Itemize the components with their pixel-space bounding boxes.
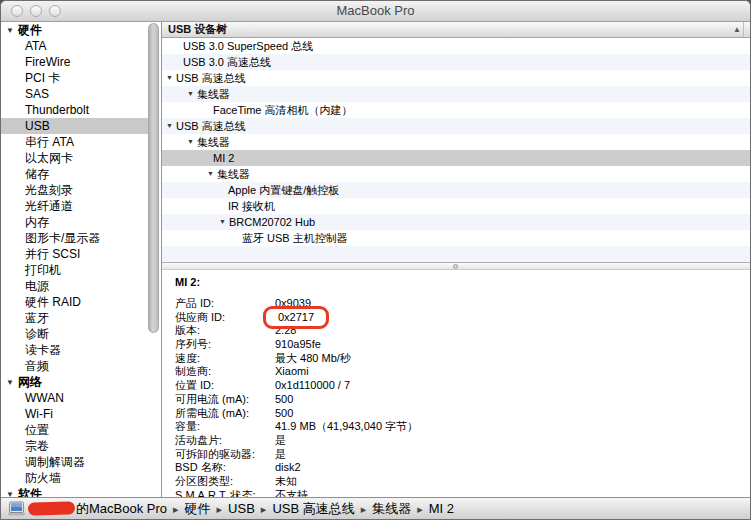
breadcrumb-bar: 的MacBook Pro ▸硬件▸USB▸USB 高速总线▸集线器▸MI 2 — [1, 497, 750, 519]
tree-row-label: MI 2 — [162, 150, 234, 166]
tree-row-usb[interactable]: 蓝牙 USB 主机控制器 — [162, 230, 750, 246]
detail-label: 可拆卸的驱动器: — [175, 448, 275, 462]
tree-row-item[interactable]: ▼集线器 — [162, 86, 750, 102]
sort-ascending-icon[interactable]: ▲ — [733, 22, 741, 38]
detail-value: 是 — [275, 448, 286, 462]
sidebar-item-scsi[interactable]: 并行 SCSI — [1, 246, 148, 262]
tree-row-label: USB 3.0 高速总线 — [162, 54, 271, 70]
breadcrumb-separator-icon: ▸ — [217, 503, 223, 515]
disclosure-triangle-icon[interactable]: ▼ — [166, 70, 173, 86]
disclosure-triangle-icon[interactable]: ▼ — [6, 490, 14, 497]
sidebar-item-thunderbolt[interactable]: Thunderbolt — [1, 102, 148, 118]
sidebar-item-wwan[interactable]: WWAN — [1, 390, 148, 406]
breadcrumb-separator-icon: ▸ — [361, 503, 367, 515]
sidebar-item-ata[interactable]: 串行 ATA — [1, 134, 148, 150]
sidebar-section-sec0[interactable]: ▼硬件 — [1, 22, 148, 38]
breadcrumb-item-usb[interactable]: USB — [228, 501, 255, 516]
breadcrumb-item-usb[interactable]: USB 高速总线 — [272, 501, 354, 516]
disclosure-triangle-icon[interactable]: ▼ — [187, 86, 194, 102]
detail-row: 速度:最大 480 Mb/秒 — [175, 352, 750, 366]
breadcrumb-item-mi-2[interactable]: MI 2 — [429, 501, 454, 516]
sidebar-item-pci[interactable]: PCI 卡 — [1, 70, 148, 86]
sidebar-list: ▼硬件ATAFireWirePCI 卡SASThunderboltUSB串行 A… — [1, 22, 161, 497]
tree-row-usb-3-0-superspeed[interactable]: USB 3.0 SuperSpeed 总线 — [162, 38, 750, 54]
detail-label: 制造商: — [175, 365, 275, 379]
vendor-id-value-annotated: 0x2717 — [263, 306, 329, 330]
tree-row-label: USB 高速总线 — [162, 118, 246, 134]
tree-row-empty — [162, 246, 750, 262]
breadcrumb-computer[interactable]: 的MacBook Pro — [76, 500, 167, 518]
sidebar-item-item[interactable]: 防火墙 — [1, 470, 148, 486]
sidebar-section-sec2[interactable]: ▼软件 — [1, 486, 148, 497]
tree-row-apple[interactable]: Apple 内置键盘/触控板 — [162, 182, 750, 198]
computer-icon — [8, 501, 25, 516]
detail-label: S.M.A.R.T. 状态: — [175, 489, 275, 497]
sidebar-item-raid[interactable]: 硬件 RAID — [1, 294, 148, 310]
sidebar-item-item[interactable]: 电源 — [1, 278, 148, 294]
detail-row: 可拆卸的驱动器:是 — [175, 448, 750, 462]
detail-label: 位置 ID: — [175, 379, 275, 393]
sidebar-item-item[interactable]: 音频 — [1, 358, 148, 374]
detail-row: 制造商:Xiaomi — [175, 365, 750, 379]
category-sidebar: ▼硬件ATAFireWirePCI 卡SASThunderboltUSB串行 A… — [1, 22, 162, 497]
disclosure-triangle-icon[interactable]: ▼ — [207, 166, 214, 182]
pane-splitter[interactable] — [162, 262, 750, 270]
detail-row: 可用电流 (mA):500 — [175, 393, 750, 407]
detail-row: 所需电流 (mA):500 — [175, 407, 750, 421]
tree-row-label: Apple 内置键盘/触控板 — [162, 182, 339, 198]
sidebar-item-item[interactable]: 以太网卡 — [1, 150, 148, 166]
device-details-pane: MI 2: 产品 ID:0x9039供应商 ID:0x2717版本:2.28序列… — [162, 270, 750, 497]
disclosure-triangle-icon[interactable]: ▼ — [6, 378, 14, 387]
disclosure-triangle-icon[interactable]: ▼ — [166, 118, 173, 134]
sidebar-item-item[interactable]: 内存 — [1, 214, 148, 230]
sidebar-item-item[interactable]: 打印机 — [1, 262, 148, 278]
header-column-separator — [743, 22, 744, 37]
tree-row-label: 蓝牙 USB 主机控制器 — [162, 230, 348, 246]
title-bar[interactable]: MacBook Pro — [1, 1, 750, 22]
detail-value: 未知 — [275, 475, 297, 489]
sidebar-item-firewire[interactable]: FireWire — [1, 54, 148, 70]
sidebar-item-item[interactable]: 储存 — [1, 166, 148, 182]
tree-row-brcm20702-hub[interactable]: ▼BRCM20702 Hub — [162, 214, 750, 230]
tree-row-usb[interactable]: ▼USB 高速总线 — [162, 118, 750, 134]
sidebar-item-item[interactable]: 宗卷 — [1, 438, 148, 454]
sidebar-item-item[interactable]: 位置 — [1, 422, 148, 438]
sidebar-item-usb[interactable]: USB — [1, 118, 148, 134]
sidebar-item-sas[interactable]: SAS — [1, 86, 148, 102]
device-tree-column-header[interactable]: USB 设备树 ▲ — [162, 22, 750, 38]
detail-row: 位置 ID:0x1d110000 / 7 — [175, 379, 750, 393]
sidebar-item-item[interactable]: 光纤通道 — [1, 198, 148, 214]
sidebar-item-item[interactable]: 光盘刻录 — [1, 182, 148, 198]
disclosure-triangle-icon[interactable]: ▼ — [6, 26, 14, 35]
breadcrumb-separator-icon: ▸ — [417, 503, 423, 515]
tree-row-ir[interactable]: IR 接收机 — [162, 198, 750, 214]
breadcrumb-item-item[interactable]: 集线器 — [372, 501, 411, 516]
sidebar-item-ata[interactable]: ATA — [1, 38, 148, 54]
tree-row-item[interactable]: ▼集线器 — [162, 134, 750, 150]
sidebar-item-item[interactable]: 图形卡/显示器 — [1, 230, 148, 246]
sidebar-item-item[interactable]: 诊断 — [1, 326, 148, 342]
details-list: 产品 ID:0x9039供应商 ID:0x2717版本:2.28序列号:910a… — [175, 297, 750, 497]
details-title: MI 2: — [175, 276, 750, 288]
sidebar-item-wi-fi[interactable]: Wi-Fi — [1, 406, 148, 422]
sidebar-item-item[interactable]: 读卡器 — [1, 342, 148, 358]
tree-row-usb-3-0[interactable]: USB 3.0 高速总线 — [162, 54, 750, 70]
detail-row: 容量:41.9 MB（41,943,040 字节） — [175, 420, 750, 434]
sidebar-item-item[interactable]: 蓝牙 — [1, 310, 148, 326]
disclosure-triangle-icon[interactable]: ▼ — [219, 214, 226, 230]
tree-row-item[interactable]: ▼集线器 — [162, 166, 750, 182]
detail-label: 所需电流 (mA): — [175, 407, 275, 421]
tree-row-usb[interactable]: ▼USB 高速总线 — [162, 70, 750, 86]
tree-row-facetime[interactable]: FaceTime 高清相机（内建） — [162, 102, 750, 118]
sidebar-item-item[interactable]: 调制解调器 — [1, 454, 148, 470]
detail-value: disk2 — [275, 461, 301, 475]
breadcrumb-separator-icon: ▸ — [261, 503, 267, 515]
tree-row-mi-2[interactable]: MI 2 — [162, 150, 750, 166]
detail-value: 41.9 MB（41,943,040 字节） — [275, 420, 418, 434]
breadcrumb-item-item[interactable]: 硬件 — [185, 501, 211, 516]
disclosure-triangle-icon[interactable]: ▼ — [187, 134, 194, 150]
sidebar-section-sec1[interactable]: ▼网络 — [1, 374, 148, 390]
breadcrumb-separator-icon: ▸ — [173, 503, 179, 515]
sidebar-scrollbar-thumb[interactable] — [148, 23, 159, 333]
splitter-grip-icon — [453, 264, 458, 269]
